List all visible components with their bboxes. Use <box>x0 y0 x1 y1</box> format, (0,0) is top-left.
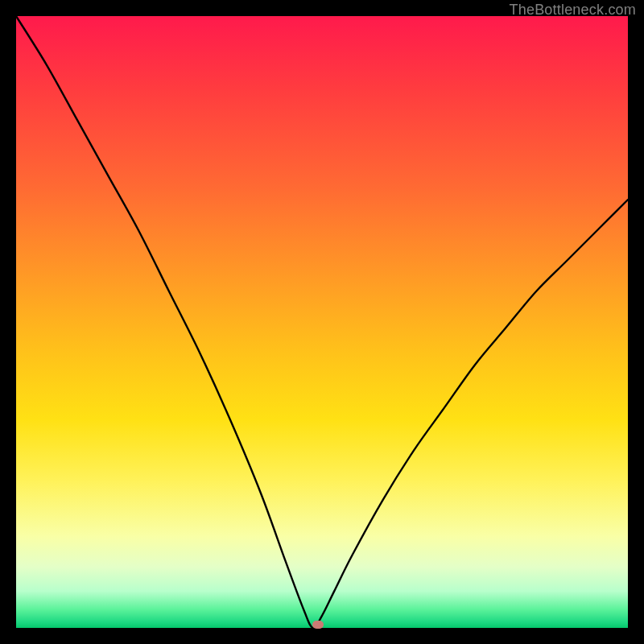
watermark-text: TheBottleneck.com <box>510 2 636 19</box>
bottleneck-curve <box>16 16 628 628</box>
optimal-marker <box>312 621 324 629</box>
chart-frame: TheBottleneck.com <box>0 0 644 644</box>
plot-area <box>16 16 628 628</box>
